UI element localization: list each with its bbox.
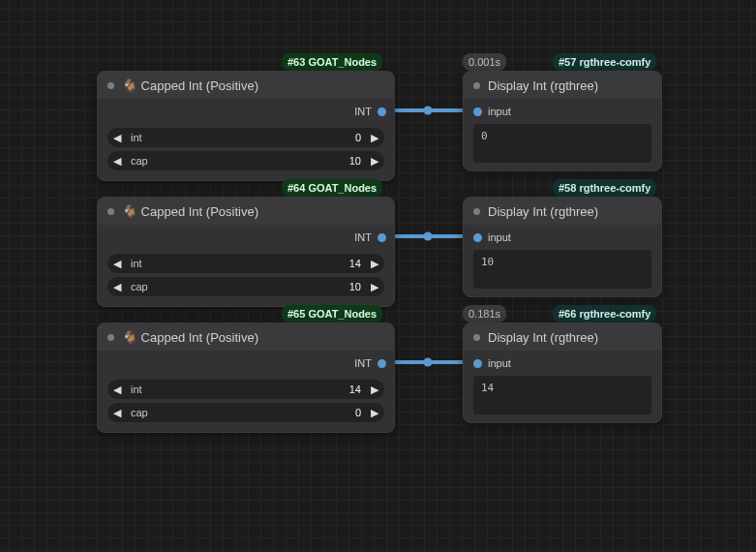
node-id-tag: #57 rgthree-comfy (553, 53, 656, 71)
cap-widget[interactable]: ◀ cap 10 ▶ (107, 277, 384, 296)
collapse-dot-icon[interactable] (107, 334, 114, 341)
node-title-bar[interactable]: 🐐 Capped Int (Positive) (98, 323, 394, 351)
node-id-tag: #63 GOAT_Nodes (282, 53, 382, 71)
increment-icon[interactable]: ▶ (365, 380, 384, 399)
node-title-text: Display Int (rgthree) (488, 78, 598, 93)
output-port-icon[interactable] (378, 359, 386, 368)
input-label: input (488, 106, 511, 117)
node-display-int-57[interactable]: Display Int (rgthree) input 0 (463, 71, 662, 171)
widget-label: int (127, 383, 142, 395)
exec-time-tag: 0.001s (463, 53, 506, 71)
decrement-icon[interactable]: ◀ (107, 380, 127, 399)
node-id-tag: #64 GOAT_Nodes (282, 179, 382, 197)
widget-label: cap (127, 281, 148, 292)
display-value: 14 (473, 376, 651, 414)
decrement-icon[interactable]: ◀ (107, 128, 127, 147)
node-id-tag: #65 GOAT_Nodes (282, 305, 382, 322)
node-display-int-66[interactable]: Display Int (rgthree) input 14 (463, 322, 662, 423)
node-title-text: Display Int (rgthree) (488, 204, 598, 219)
display-value: 0 (473, 124, 651, 163)
decrement-icon[interactable]: ◀ (107, 254, 127, 273)
node-id-tag: #58 rgthree-comfy (553, 179, 656, 197)
decrement-icon[interactable]: ◀ (107, 151, 127, 170)
widget-label: cap (127, 407, 148, 418)
output-label: INT (354, 231, 372, 243)
widget-value[interactable]: 0 (142, 132, 365, 143)
collapse-dot-icon[interactable] (107, 208, 114, 215)
int-widget[interactable]: ◀ int 14 ▶ (107, 380, 384, 399)
widget-value[interactable]: 10 (148, 281, 365, 292)
increment-icon[interactable]: ▶ (365, 277, 384, 296)
input-label: input (488, 357, 511, 369)
widget-value[interactable]: 0 (148, 407, 365, 418)
output-port-icon[interactable] (378, 233, 386, 242)
input-label: input (488, 231, 511, 243)
exec-time-tag: 0.181s (463, 305, 506, 322)
node-title-bar[interactable]: 🐐 Capped Int (Positive) (98, 72, 394, 99)
input-port-icon[interactable] (473, 359, 482, 368)
input-port-icon[interactable] (473, 107, 482, 116)
widget-value[interactable]: 14 (142, 383, 365, 395)
output-label: INT (354, 106, 372, 117)
widget-label: int (127, 258, 142, 269)
node-title-bar[interactable]: Display Int (rgthree) (464, 323, 661, 351)
node-capped-int-63[interactable]: 🐐 Capped Int (Positive) INT ◀ int 0 ▶ ◀ … (97, 71, 395, 181)
node-title-bar[interactable]: 🐐 Capped Int (Positive) (98, 198, 394, 225)
decrement-icon[interactable]: ◀ (107, 403, 127, 422)
node-title-bar[interactable]: Display Int (rgthree) (464, 72, 661, 99)
widget-label: cap (127, 155, 148, 167)
int-widget[interactable]: ◀ int 0 ▶ (107, 128, 384, 147)
decrement-icon[interactable]: ◀ (107, 277, 127, 296)
cap-widget[interactable]: ◀ cap 10 ▶ (107, 151, 384, 170)
collapse-dot-icon[interactable] (473, 334, 480, 341)
node-capped-int-64[interactable]: 🐐 Capped Int (Positive) INT ◀ int 14 ▶ ◀… (97, 197, 395, 307)
node-title-text: 🐐 Capped Int (Positive) (122, 330, 258, 345)
svg-point-1 (424, 232, 433, 241)
node-display-int-58[interactable]: Display Int (rgthree) input 10 (463, 197, 662, 297)
svg-point-0 (424, 107, 433, 115)
node-capped-int-65[interactable]: 🐐 Capped Int (Positive) INT ◀ int 14 ▶ ◀… (97, 322, 395, 433)
display-value: 10 (473, 250, 651, 289)
node-title-text: Display Int (rgthree) (488, 330, 598, 345)
input-port-icon[interactable] (473, 233, 482, 242)
increment-icon[interactable]: ▶ (365, 254, 384, 273)
widget-value[interactable]: 14 (142, 258, 365, 269)
node-title-text: 🐐 Capped Int (Positive) (122, 78, 258, 93)
increment-icon[interactable]: ▶ (365, 403, 384, 422)
cap-widget[interactable]: ◀ cap 0 ▶ (107, 403, 384, 422)
increment-icon[interactable]: ▶ (365, 151, 384, 170)
node-title-text: 🐐 Capped Int (Positive) (122, 204, 258, 219)
node-id-tag: #66 rgthree-comfy (553, 305, 656, 322)
collapse-dot-icon[interactable] (473, 208, 480, 215)
collapse-dot-icon[interactable] (107, 82, 114, 89)
output-port-icon[interactable] (378, 107, 386, 116)
node-title-bar[interactable]: Display Int (rgthree) (464, 198, 661, 225)
widget-value[interactable]: 10 (148, 155, 365, 167)
increment-icon[interactable]: ▶ (365, 128, 384, 147)
widget-label: int (127, 132, 142, 143)
collapse-dot-icon[interactable] (473, 82, 480, 89)
svg-point-2 (424, 358, 433, 367)
int-widget[interactable]: ◀ int 14 ▶ (107, 254, 384, 273)
output-label: INT (354, 357, 372, 369)
